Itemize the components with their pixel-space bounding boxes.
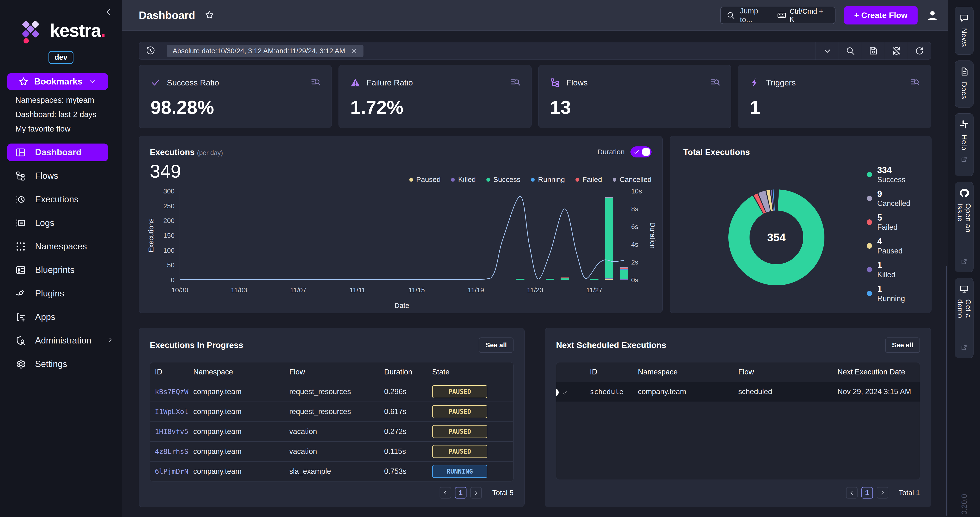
total-executions-donut: 354 <box>724 185 829 290</box>
filter-action-sync-off-button[interactable] <box>885 42 908 59</box>
donut-legend-item-cancelled[interactable]: 9 Cancelled <box>867 189 910 209</box>
table-row[interactable]: 4z8LrhsS company.team vacation 0.115s PA… <box>150 441 513 461</box>
execution-id-link[interactable]: kBs7EQzW <box>150 388 188 396</box>
bookmark-link[interactable]: Dashboard: last 2 days <box>15 110 97 119</box>
toolbar-get-a-demo-button[interactable]: Get a demo <box>955 278 974 358</box>
donut-legend-item-failed[interactable]: 5 Failed <box>867 213 910 233</box>
svg-text:0s: 0s <box>631 276 638 284</box>
scrollbar[interactable] <box>947 266 947 515</box>
chevron-left-icon <box>849 490 855 496</box>
stat-card-detail-button[interactable] <box>710 76 721 89</box>
jump-to-search[interactable]: Jump to... Ctrl/Cmd + K <box>720 7 835 24</box>
sidebar-item-logs[interactable]: Logs <box>7 214 108 232</box>
sidebar-item-dashboard[interactable]: Dashboard <box>7 143 108 161</box>
sidebar-item-blueprints[interactable]: Blueprints <box>7 261 108 279</box>
favorite-star-icon[interactable] <box>205 10 214 21</box>
execution-id-link[interactable]: 1HI8vfv5 <box>150 428 188 436</box>
flows-icon <box>550 78 560 87</box>
next-page-button[interactable] <box>877 487 888 498</box>
stat-card-detail-button[interactable] <box>909 76 920 89</box>
close-icon[interactable] <box>350 47 358 54</box>
next-page-button[interactable] <box>470 487 482 498</box>
bookmark-link[interactable]: My favorite flow <box>15 124 97 134</box>
sidebar-item-administration[interactable]: Administration <box>7 332 108 350</box>
sidebar-item-flows[interactable]: Flows <box>7 167 108 185</box>
sidebar-item-namespaces[interactable]: Namespaces <box>7 238 108 255</box>
github-icon <box>959 188 969 198</box>
chevron-down-icon <box>822 46 832 56</box>
svg-text:11/23: 11/23 <box>527 286 543 294</box>
total-executions-panel: Total Executions 354 334 Success 9 Cance… <box>670 135 932 313</box>
bookmark-link[interactable]: Namespaces: myteam <box>15 95 97 105</box>
sidebar-item-settings[interactable]: Settings <box>7 355 108 373</box>
donut-legend-item-killed[interactable]: 1 Killed <box>867 260 910 280</box>
stat-card-detail-button[interactable] <box>310 76 321 89</box>
bookmarks-button[interactable]: Bookmarks <box>7 73 108 90</box>
sidebar-item-apps[interactable]: Apps <box>7 308 108 326</box>
legend-item-cancelled[interactable]: Cancelled <box>612 175 652 184</box>
filter-action-chevron-down-button[interactable] <box>816 42 838 59</box>
date-filter-chip[interactable]: Absolute date:10/30/24, 3:12 AM:and:11/2… <box>167 45 363 57</box>
execution-id-link[interactable]: 4z8LrhsS <box>150 447 188 455</box>
state-badge: RUNNING <box>432 465 487 478</box>
column-header[interactable]: Flow <box>733 368 833 376</box>
filter-action-refresh-button[interactable] <box>908 42 931 59</box>
legend-item-running[interactable]: Running <box>531 175 565 184</box>
svg-text:8s: 8s <box>631 205 638 213</box>
prev-page-button[interactable] <box>846 487 858 498</box>
trigger-id[interactable]: schedule <box>585 388 633 396</box>
column-header[interactable]: Flow <box>285 368 379 376</box>
sidebar-item-executions[interactable]: Executions <box>7 191 108 208</box>
filter-action-floppy-button[interactable] <box>862 42 885 59</box>
in-progress-see-all-button[interactable]: See all <box>479 337 514 353</box>
legend-item-failed[interactable]: Failed <box>576 175 602 184</box>
column-header[interactable]: ID <box>150 368 188 376</box>
user-avatar-icon[interactable] <box>926 9 939 22</box>
namespaces-icon <box>15 241 26 252</box>
logo-wordmark: kestra. <box>50 20 105 41</box>
scheduled-see-all-button[interactable]: See all <box>885 337 920 353</box>
column-header[interactable]: Next Execution Date <box>833 368 920 376</box>
duration-toggle[interactable] <box>630 146 652 157</box>
prev-page-button[interactable] <box>439 487 451 498</box>
filter-chip-zone[interactable]: Absolute date:10/30/24, 3:12 AM:and:11/2… <box>162 42 816 59</box>
flows-icon <box>15 171 26 181</box>
toolbar-help-button[interactable]: Help <box>955 113 974 176</box>
legend-item-killed[interactable]: Killed <box>451 175 476 184</box>
toolbar-docs-button[interactable]: Docs <box>955 60 974 108</box>
table-row[interactable]: schedule company.team scheduled Nov 29, … <box>556 382 920 402</box>
column-header[interactable]: Duration <box>379 368 427 376</box>
filter-bar: Absolute date:10/30/24, 3:12 AM:and:11/2… <box>139 42 931 60</box>
legend-item-paused[interactable]: Paused <box>409 175 441 184</box>
chevron-left-icon <box>104 7 113 17</box>
table-row[interactable]: I1WpLXol company.team request_resources … <box>150 402 513 422</box>
execution-id-link[interactable]: 6lPjmDrN <box>150 467 188 476</box>
filter-history-button[interactable] <box>139 42 162 59</box>
toolbar-open-an-issue-button[interactable]: Open an Issue <box>955 182 974 272</box>
donut-legend-item-paused[interactable]: 4 Paused <box>867 236 910 256</box>
execution-id-link[interactable]: I1WpLXol <box>150 407 188 416</box>
table-row[interactable]: kBs7EQzW company.team request_resources … <box>150 382 513 402</box>
column-header[interactable]: Namespace <box>633 368 733 376</box>
current-page-button[interactable]: 1 <box>861 487 873 498</box>
toolbar-button-label: News <box>960 28 968 47</box>
stat-card-detail-button[interactable] <box>510 76 521 89</box>
table-row[interactable]: 6lPjmDrN company.team sla_example 0.753s… <box>150 461 513 481</box>
demo-icon <box>959 284 969 294</box>
column-header[interactable]: Namespace <box>188 368 285 376</box>
filter-action-search-button[interactable] <box>838 42 862 59</box>
donut-legend-item-success[interactable]: 334 Success <box>867 165 910 185</box>
column-header[interactable]: ID <box>585 368 633 376</box>
legend-item-success[interactable]: Success <box>487 175 520 184</box>
create-flow-button[interactable]: + Create Flow <box>844 6 918 24</box>
chevron-left-icon <box>442 490 449 496</box>
right-toolbar: 0.20.0 NewsDocsHelpOpen an IssueGet a de… <box>948 0 980 517</box>
sidebar-item-plugins[interactable]: Plugins <box>7 285 108 302</box>
table-row[interactable]: 1HI8vfv5 company.team vacation 0.272s PA… <box>150 422 513 441</box>
svg-text:Duration: Duration <box>649 222 657 249</box>
current-page-button[interactable]: 1 <box>455 487 466 498</box>
svg-text:50: 50 <box>167 261 175 269</box>
column-header[interactable]: State <box>427 368 513 376</box>
toolbar-news-button[interactable]: News <box>955 7 974 55</box>
donut-legend-item-running[interactable]: 1 Running <box>867 284 910 304</box>
